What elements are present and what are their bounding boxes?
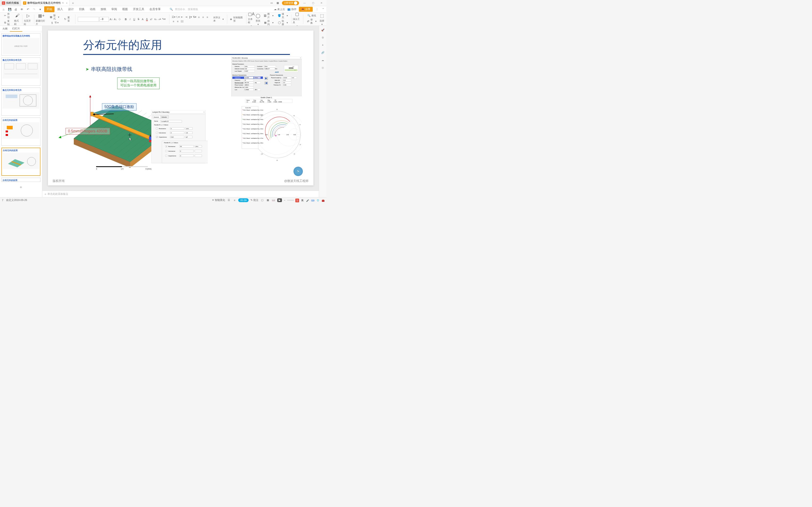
copy-button[interactable]: ⧉复制 <box>3 19 12 26</box>
replace-button[interactable]: ⇄替换▾ <box>306 18 317 25</box>
menu-slideshow[interactable]: 放映 <box>98 6 109 12</box>
cloud-panel-icon[interactable]: ☁ <box>321 58 325 62</box>
preview-icon[interactable]: 👁 <box>20 7 24 11</box>
sogou-icon[interactable]: S <box>295 199 299 202</box>
slide-thumbnail-5[interactable]: 分布元件的应用 <box>1 148 40 176</box>
minimize-button[interactable]: — <box>301 1 308 5</box>
menu-review[interactable]: 审阅 <box>109 6 119 12</box>
zoom-out-button[interactable]: − <box>284 199 285 202</box>
sparkle-icon[interactable]: ✦ <box>321 43 325 47</box>
redo-icon[interactable]: ↷ <box>32 7 36 11</box>
fill-button[interactable]: 🪣填充▾ <box>277 12 288 19</box>
font-size-combo[interactable] <box>99 17 109 21</box>
ime-voice-icon[interactable]: 🎤 <box>306 199 309 202</box>
increase-font-icon[interactable]: A↑ <box>109 17 113 21</box>
login-button[interactable]: 立即登录 <box>282 1 299 5</box>
find-button[interactable]: 🔍查找 <box>307 14 316 18</box>
slide-thumbnail-3[interactable]: 集总元件和分布元件 <box>1 88 40 116</box>
align-text-button[interactable]: 对齐文本▾ <box>213 16 224 23</box>
cut-button[interactable]: ✂剪切 <box>3 12 12 19</box>
superscript-icon[interactable]: x² <box>149 17 153 21</box>
image-button[interactable]: 🖼图片▾ <box>263 12 274 19</box>
collab-button[interactable]: 👥 协作 <box>287 7 297 11</box>
tab-template-store[interactable]: D 找稻壳模板 <box>0 0 21 6</box>
slideshow-button[interactable]: ▶ <box>277 199 282 202</box>
tab-current-document[interactable]: P 微带线如何实现集总元件特性 ⟲ × <box>21 0 69 6</box>
menu-view[interactable]: 视图 <box>120 6 130 12</box>
section-button[interactable]: §节▾ <box>50 21 59 25</box>
ime-keyboard-icon[interactable]: ⌨ <box>311 199 315 202</box>
command-search[interactable]: 🔍 查找命令、搜索模板 <box>170 7 198 11</box>
notes-bar[interactable]: ≡ 单击此处添加备注 <box>42 190 319 197</box>
slide-thumbnail-1[interactable]: 微带线如何实现集总元件特性 @微波天线工程师 <box>1 33 40 56</box>
menu-start[interactable]: 开始 <box>44 6 54 12</box>
slide-thumbnail-6[interactable]: 分布元件的应用 <box>1 178 40 182</box>
bold-icon[interactable]: B <box>124 17 128 21</box>
align-left-icon[interactable]: ≡ <box>197 15 201 19</box>
list-view-icon[interactable]: ☰ <box>227 199 231 202</box>
present-tools-button[interactable]: ▢ 演示工具▾ <box>293 11 302 27</box>
add-slide-button[interactable]: + <box>1 184 40 191</box>
ime-skin-icon[interactable]: 👕 <box>316 199 320 202</box>
slide-thumbnail-4[interactable]: 分布元件的应用 <box>1 118 40 146</box>
line-spacing-icon[interactable]: ‖▾ <box>189 15 192 19</box>
arrange-button[interactable]: ▦排列▾ <box>263 19 274 26</box>
new-slide-button[interactable]: ▦+ 新建幻灯片 <box>36 13 47 26</box>
normal-view-icon[interactable]: ▢ <box>260 199 264 202</box>
print-icon[interactable]: 🖨 <box>14 7 18 11</box>
textbox-button[interactable]: ▢A 文本框▾ <box>248 11 255 27</box>
save-icon[interactable]: 💾 <box>7 7 12 11</box>
align-center-icon[interactable]: ≡ <box>201 15 205 19</box>
shadow-icon[interactable]: A <box>141 17 145 21</box>
font-color-icon[interactable]: A <box>145 17 149 21</box>
text-effect-icon[interactable]: 𝒜▾ <box>158 17 161 21</box>
more-icon[interactable]: ⋮ <box>315 7 319 11</box>
outline-button[interactable]: ◯轮廓▾ <box>277 19 288 26</box>
menu-insert[interactable]: 插入 <box>55 6 65 12</box>
share-panel-icon[interactable]: 🔗 <box>321 51 325 54</box>
decrease-indent-icon[interactable]: ⇤ <box>180 15 184 19</box>
slides-tab[interactable]: 幻灯片 <box>10 26 22 32</box>
outline-tab[interactable]: 大纲 <box>0 26 10 32</box>
layout-button[interactable]: ▦版式▾ <box>49 14 60 21</box>
smart-graphic-button[interactable]: ◈转智能图形 <box>229 16 245 23</box>
grid-icon[interactable]: ▦ <box>276 1 280 5</box>
location-icon[interactable]: ◎ <box>321 66 325 69</box>
columns-icon[interactable]: ▯▯ <box>180 19 184 23</box>
beautify-button[interactable]: ✦ 智能美化 <box>212 199 225 202</box>
italic-icon[interactable]: I <box>128 17 132 21</box>
from-current-button[interactable]: ▷ 当页开始 <box>24 13 33 26</box>
justify-icon[interactable]: ≡ <box>172 19 175 23</box>
reading-view-icon[interactable]: 📖 <box>271 199 275 202</box>
thumbnail-list[interactable]: 微带线如何实现集总元件特性 @微波天线工程师 集总元件和分布元件 <box>0 32 42 197</box>
settings-icon[interactable]: ⚙ <box>321 36 325 40</box>
ime-lang[interactable]: 英 <box>301 199 304 202</box>
reset-button[interactable]: ↻重置 <box>63 16 72 23</box>
cloud-status[interactable]: ☁ 未上云 <box>274 7 285 11</box>
annotate-button[interactable]: ✎ 批注 <box>250 199 258 202</box>
align-right-icon[interactable]: ≡ <box>206 15 209 19</box>
distribute-icon[interactable]: ≡ <box>176 19 180 23</box>
hamburger-icon[interactable]: ≡ <box>233 199 236 202</box>
new-tab-button[interactable]: + <box>69 1 76 5</box>
close-icon[interactable]: × <box>66 2 67 4</box>
select-button[interactable]: ⬚ 选择▾ <box>319 13 325 25</box>
ime-toolbox-icon[interactable]: 🧰 <box>321 199 325 202</box>
close-button[interactable]: ✕ <box>318 1 324 5</box>
undo-icon[interactable]: ↶ <box>26 7 30 11</box>
menu-animation[interactable]: 动画 <box>87 6 98 12</box>
rocket-icon[interactable]: 🚀 <box>321 28 325 32</box>
tab-refresh-icon[interactable]: ⟲ <box>62 2 64 4</box>
home-icon[interactable]: ⌂ <box>1 7 6 11</box>
menu-vip[interactable]: 会员专享 <box>147 6 163 12</box>
collapse-ribbon-icon[interactable]: ⌃ <box>321 7 325 11</box>
slide[interactable]: 分布元件的应用 ➤ 串联高阻抗微带线 串联一段高阻抗微带线， 可以当一个简易电感… <box>48 31 313 185</box>
underline-icon[interactable]: U <box>132 17 136 21</box>
slide-canvas-viewport[interactable]: 分布元件的应用 ➤ 串联高阻抗微带线 串联一段高阻抗微带线， 可以当一个简易电感… <box>42 26 319 190</box>
menu-dev[interactable]: 开发工具 <box>131 6 147 12</box>
format-painter-button[interactable]: 🖌 格式刷 <box>14 13 21 26</box>
decrease-font-icon[interactable]: A↓ <box>113 17 117 21</box>
layout-icon[interactable]: ▭ <box>270 1 273 5</box>
text-direction-icon[interactable]: ⇅▾ <box>193 15 197 19</box>
strikethrough-icon[interactable]: S̶ <box>137 17 140 21</box>
